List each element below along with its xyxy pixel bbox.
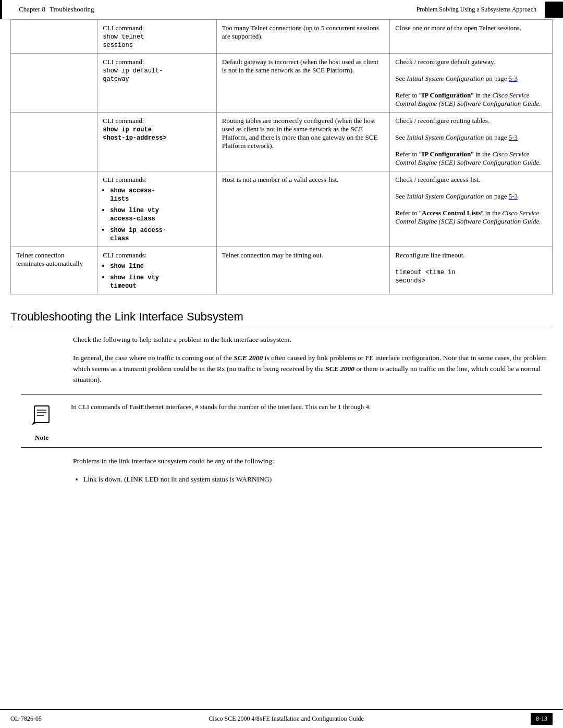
col2-cell: CLI command: show ip route<host-ip-addre… (97, 113, 217, 171)
section-para1: Check the following to help isolate a pr… (73, 335, 553, 346)
col1-cell: Telnet connection terminates automatical… (11, 247, 97, 294)
cli-code: show telnetsessions (103, 33, 144, 49)
ref-bold: Access Control Lists (422, 209, 481, 217)
cli-bullet: show ip access-class (110, 227, 166, 242)
cli-code-bold: show ip route<host-ip-address> (103, 126, 166, 142)
cli-label: CLI command: (103, 117, 144, 125)
cli-label: CLI command: (103, 58, 144, 66)
header-bar (0, 0, 2, 19)
ref-link: Initial System Configuration (407, 192, 484, 200)
col2-cell: CLI command: show telnetsessions (97, 20, 217, 54)
note-text: In CLI commands of FastEthernet interfac… (71, 400, 542, 442)
svg-rect-0 (34, 406, 49, 423)
header-right-block (545, 2, 563, 18)
data-table: CLI command: show telnetsessions Too man… (10, 19, 553, 294)
col2-cell: CLI commands: show access-lists show lin… (97, 171, 217, 247)
page-footer: OL-7826-05 Cisco SCE 2000 4/8xFE Install… (0, 709, 563, 728)
header-left: Chapter 8 Troubleshooting (8, 0, 104, 19)
note-icon-area: Note (21, 400, 63, 442)
note-label: Note (35, 434, 48, 442)
ref-bold: IP Configuration (422, 91, 471, 99)
cli-label: CLI command: (103, 24, 144, 32)
section-heading: Troubleshooting the Link Interface Subsy… (10, 310, 553, 327)
sce-bold: SCE 2000 (234, 354, 263, 362)
note-icon (29, 402, 54, 431)
col3-cell: Default gateway is incorrect (when the h… (216, 54, 389, 113)
page-link[interactable]: 5-3 (509, 133, 518, 141)
cli-bullet: show line vtytimeout (110, 274, 159, 290)
table-row: Telnet connection terminates automatical… (11, 247, 553, 294)
col1-cell (11, 20, 97, 54)
section-para3: Problems in the link interface subsystem… (73, 456, 553, 467)
chapter-label: Chapter 8 (19, 5, 45, 14)
cli-bullet: show line vtyaccess-class (110, 207, 159, 223)
table-row: CLI command: show ip default-gateway Def… (11, 54, 553, 113)
col4-cell: Check / reconfigure routing tables. See … (390, 113, 553, 171)
col2-cell: CLI command: show ip default-gateway (97, 54, 217, 113)
cli-label: CLI commands: (103, 251, 146, 259)
cli-bullet: show line (110, 263, 144, 270)
col4-cell: Close one or more of the open Telnet ses… (390, 20, 553, 54)
main-content: CLI command: show telnetsessions Too man… (0, 19, 563, 521)
footer-left: OL-7826-05 (10, 715, 42, 723)
header-right-text: Problem Solving Using a Subsystems Appro… (417, 2, 545, 18)
footer-center: Cisco SCE 2000 4/8xFE Installation and C… (42, 715, 531, 723)
col4-cell: Reconfigure line timeout. timeout <time … (390, 247, 553, 294)
table-row: CLI commands: show access-lists show lin… (11, 171, 553, 247)
code-block: timeout <time inseconds> (395, 269, 455, 285)
table-row: CLI command: show telnetsessions Too man… (11, 20, 553, 54)
col3-cell: Host is not a member of a valid access-l… (216, 171, 389, 247)
col3-cell: Routing tables are incorrectly configure… (216, 113, 389, 171)
col4-cell: Check / reconfigure default gateway. See… (390, 54, 553, 113)
ref-bold: IP Configuration (422, 150, 471, 158)
page-link[interactable]: 5-3 (509, 75, 518, 82)
note-box: Note In CLI commands of FastEthernet int… (21, 394, 542, 448)
sce-bold2: SCE 2000 (325, 365, 354, 373)
footer-right: 8-13 (531, 713, 553, 725)
ref-link: Initial System Configuration (407, 75, 484, 82)
col2-cell: CLI commands: show line show line vtytim… (97, 247, 217, 294)
section-para2: In general, the case where no traffic is… (73, 353, 553, 386)
cli-label: CLI commands: (103, 176, 146, 183)
chapter-topic: Troubleshooting (50, 5, 94, 14)
col3-cell: Telnet connection may be timing out. (216, 247, 389, 294)
col3-cell: Too many Telnet connections (up to 5 con… (216, 20, 389, 54)
cli-code: show ip default-gateway (103, 67, 163, 83)
bullet-list: Link is down. (LINK LED not lit and syst… (83, 474, 553, 485)
page-header: Chapter 8 Troubleshooting Problem Solvin… (0, 0, 563, 19)
table-row: CLI command: show ip route<host-ip-addre… (11, 113, 553, 171)
col1-cell (11, 171, 97, 247)
list-item: Link is down. (LINK LED not lit and syst… (83, 474, 553, 485)
col1-cell (11, 113, 97, 171)
col4-cell: Check / reconfigure access-list. See Ini… (390, 171, 553, 247)
ref-link: Initial System Configuration (407, 133, 484, 141)
cli-bullet: show access-lists (110, 187, 155, 203)
pencil-icon (29, 402, 54, 427)
page-link[interactable]: 5-3 (509, 192, 518, 200)
col1-cell (11, 54, 97, 113)
